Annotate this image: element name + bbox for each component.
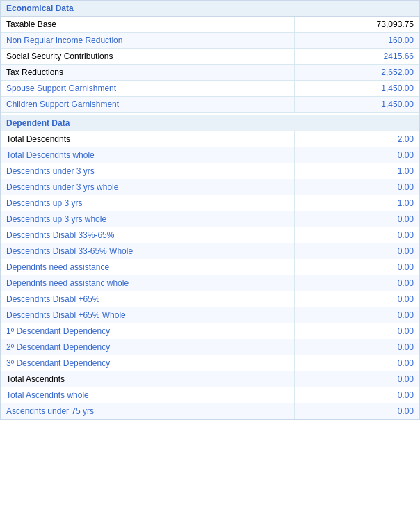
table-row: Descendnts Disabl +65%0.00 [1, 291, 419, 307]
row-label: Total Descendnts [1, 131, 294, 147]
table-row: Ascendnts under 75 yrs0.00 [1, 403, 419, 419]
row-label: Ascendnts under 75 yrs [1, 403, 294, 419]
table-row: Taxable Base73,093.75 [1, 17, 419, 33]
table-row: Descendnts under 3 yrs whole0.00 [1, 179, 419, 195]
row-value: 0.00 [294, 323, 419, 339]
row-value: 0.00 [294, 179, 419, 195]
table-row: Total Descendnts whole0.00 [1, 147, 419, 163]
table-row: Total Ascendnts whole0.00 [1, 387, 419, 403]
row-label: Descendnts up 3 yrs [1, 195, 294, 211]
row-value: 1,450.00 [294, 97, 419, 112]
row-label: Descendnts Disabl +65% Whole [1, 307, 294, 323]
table-row: 3º Descendant Dependency0.00 [1, 355, 419, 371]
table-row: Tax Reductions2,652.00 [1, 65, 419, 81]
row-value: 0.00 [294, 259, 419, 275]
row-value: 1,450.00 [294, 81, 419, 96]
table-row: Descendnts under 3 yrs1.00 [1, 163, 419, 179]
table-row: Children Support Garnishment1,450.00 [1, 97, 419, 113]
row-label: Total Descendnts whole [1, 147, 294, 163]
row-value: 0.00 [294, 403, 419, 419]
row-value: 0.00 [294, 339, 419, 355]
row-label: Spouse Support Garnishment [1, 81, 294, 96]
row-value: 160.00 [294, 33, 419, 48]
row-value: 0.00 [294, 307, 419, 323]
row-value: 0.00 [294, 243, 419, 259]
data-table: Economical DataTaxable Base73,093.75Non … [0, 0, 420, 420]
row-label: Total Ascendnts whole [1, 387, 294, 403]
row-label: 1º Descendant Dependency [1, 323, 294, 339]
table-row: Dependnts need assistanc whole0.00 [1, 275, 419, 291]
row-label: Social Security Contributions [1, 49, 294, 64]
row-value: 0.00 [294, 275, 419, 291]
row-label: Descendnts Disabl 33-65% Whole [1, 243, 294, 259]
row-value: 1.00 [294, 163, 419, 179]
row-value: 0.00 [294, 147, 419, 163]
table-row: 2º Descendant Dependency0.00 [1, 339, 419, 355]
row-value: 0.00 [294, 387, 419, 403]
row-label: Dependnts need assistance [1, 259, 294, 275]
row-label: Total Ascendnts [1, 371, 294, 387]
row-value: 0.00 [294, 355, 419, 371]
table-row: Descendnts Disabl +65% Whole0.00 [1, 307, 419, 323]
row-value: 0.00 [294, 291, 419, 307]
row-label: Children Support Garnishment [1, 97, 294, 112]
table-row: Descendnts up 3 yrs whole0.00 [1, 211, 419, 227]
row-label: Descendnts under 3 yrs [1, 163, 294, 179]
table-row: Descendnts Disabl 33-65% Whole0.00 [1, 243, 419, 259]
row-label: 3º Descendant Dependency [1, 355, 294, 371]
row-label: Descendnts Disabl 33%-65% [1, 227, 294, 243]
row-value: 0.00 [294, 211, 419, 227]
row-label: 2º Descendant Dependency [1, 339, 294, 355]
table-row: 1º Descendant Dependency0.00 [1, 323, 419, 339]
table-row: Social Security Contributions2415.66 [1, 49, 419, 65]
row-label: Dependnts need assistanc whole [1, 275, 294, 291]
row-value: 0.00 [294, 227, 419, 243]
row-label: Taxable Base [1, 17, 294, 32]
row-value: 2,652.00 [294, 65, 419, 80]
table-row: Total Ascendnts0.00 [1, 371, 419, 387]
row-label: Non Regular Income Reduction [1, 33, 294, 48]
row-label: Descendnts under 3 yrs whole [1, 179, 294, 195]
table-row: Dependnts need assistance0.00 [1, 259, 419, 275]
row-label: Tax Reductions [1, 65, 294, 80]
table-row: Descendnts Disabl 33%-65%0.00 [1, 227, 419, 243]
section-header-dependent: Dependent Data [1, 115, 419, 131]
table-row: Descendnts up 3 yrs1.00 [1, 195, 419, 211]
row-value: 73,093.75 [294, 17, 419, 32]
row-value: 2415.66 [294, 49, 419, 64]
table-row: Spouse Support Garnishment1,450.00 [1, 81, 419, 97]
row-value: 2.00 [294, 131, 419, 147]
row-value: 1.00 [294, 195, 419, 211]
row-label: Descendnts Disabl +65% [1, 291, 294, 307]
section-header-economical: Economical Data [1, 1, 419, 17]
table-row: Total Descendnts2.00 [1, 131, 419, 147]
row-label: Descendnts up 3 yrs whole [1, 211, 294, 227]
table-row: Non Regular Income Reduction160.00 [1, 33, 419, 49]
row-value: 0.00 [294, 371, 419, 387]
